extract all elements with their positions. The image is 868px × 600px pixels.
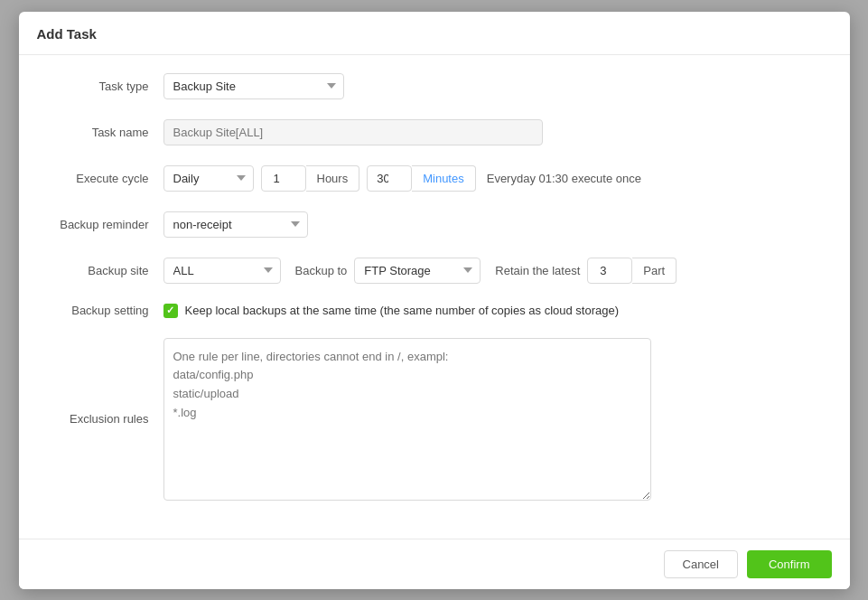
execute-cycle-row: Execute cycle Daily Weekly Monthly Hours… <box>46 165 823 192</box>
backup-site-row: Backup site ALL Site 1 Site 2 Backup to … <box>46 258 823 284</box>
cancel-button[interactable]: Cancel <box>664 550 738 578</box>
execute-period-select[interactable]: Daily Weekly Monthly <box>163 165 254 192</box>
modal-body: Task type Backup Site Backup Database Ba… <box>19 55 850 539</box>
confirm-button[interactable]: Confirm <box>747 550 832 578</box>
task-name-input[interactable] <box>163 119 543 145</box>
execute-minutes-input[interactable] <box>367 165 412 192</box>
backup-setting-label: Backup setting <box>46 304 163 317</box>
minutes-badge: Minutes <box>412 165 476 192</box>
backup-setting-row: Backup setting Keep local backups at the… <box>46 304 823 318</box>
task-name-control <box>163 119 823 145</box>
exclusion-rules-label: Exclusion rules <box>46 412 163 426</box>
exclusion-rules-textarea[interactable] <box>163 338 651 501</box>
execute-hours-input[interactable] <box>261 165 306 192</box>
modal-title: Add Task <box>37 26 97 42</box>
task-type-control: Backup Site Backup Database Backup Files <box>163 73 823 99</box>
modal: Add Task Task type Backup Site Backup Da… <box>19 12 850 589</box>
exclusion-rules-control <box>163 338 823 501</box>
backup-setting-checkbox-container: Keep local backups at the same time (the… <box>163 304 620 318</box>
backup-to-select[interactable]: FTP Storage Local Storage S3 <box>354 258 481 284</box>
task-type-row: Task type Backup Site Backup Database Ba… <box>46 73 823 99</box>
backup-site-label: Backup site <box>46 264 163 277</box>
part-badge: Part <box>632 258 677 284</box>
backup-setting-checkbox[interactable] <box>163 304 178 318</box>
backup-reminder-row: Backup reminder non-receipt Email SMS <box>46 211 823 238</box>
backup-reminder-select[interactable]: non-receipt Email SMS <box>163 211 308 238</box>
retain-input[interactable] <box>587 258 632 284</box>
backup-reminder-label: Backup reminder <box>46 218 163 231</box>
hours-badge: Hours <box>306 165 360 192</box>
exclusion-rules-row: Exclusion rules <box>46 338 823 501</box>
execute-cycle-summary: Everyday 01:30 execute once <box>487 172 641 185</box>
backup-setting-control: Keep local backups at the same time (the… <box>163 304 823 318</box>
task-name-label: Task name <box>46 126 163 139</box>
modal-header: Add Task <box>19 12 850 55</box>
task-name-row: Task name <box>46 119 823 145</box>
task-type-select[interactable]: Backup Site Backup Database Backup Files <box>163 73 344 99</box>
backup-site-select[interactable]: ALL Site 1 Site 2 <box>163 258 281 284</box>
task-type-label: Task type <box>46 80 163 93</box>
retain-label: Retain the latest <box>495 264 580 277</box>
backup-reminder-control: non-receipt Email SMS <box>163 211 823 238</box>
backup-site-control: ALL Site 1 Site 2 Backup to FTP Storage … <box>163 258 823 284</box>
execute-cycle-label: Execute cycle <box>46 172 163 185</box>
modal-footer: Cancel Confirm <box>19 539 850 589</box>
execute-cycle-control: Daily Weekly Monthly Hours Minutes Every… <box>163 165 823 192</box>
backup-to-label: Backup to <box>295 264 348 277</box>
modal-overlay: Add Task Task type Backup Site Backup Da… <box>0 0 868 600</box>
backup-setting-checkbox-label: Keep local backups at the same time (the… <box>185 304 620 317</box>
